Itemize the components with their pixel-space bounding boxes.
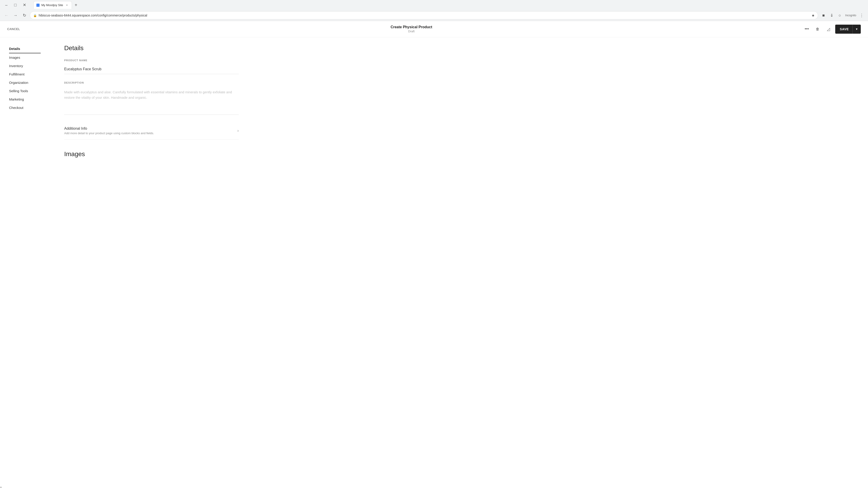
preview-icon: ◿	[827, 27, 830, 32]
sidebar-item-inventory[interactable]: Inventory	[9, 62, 41, 70]
extensions-button[interactable]: ■	[820, 12, 827, 19]
tab-close-button[interactable]: ×	[65, 3, 69, 7]
sidebar-item-organization[interactable]: Organization	[9, 78, 41, 87]
header-actions: ••• 🗑 ◿ SAVE ▼	[803, 25, 861, 34]
refresh-button[interactable]: ↻	[21, 12, 28, 19]
sidebar-item-marketing[interactable]: Marketing	[9, 95, 41, 103]
save-button[interactable]: SAVE ▼	[835, 25, 861, 34]
sidebar-nav: Details Images Inventory Fulfillment Org…	[9, 44, 41, 112]
page-title: Create Physical Product	[391, 25, 432, 29]
additional-info-subtitle: Add more detail to your product page usi…	[64, 131, 154, 135]
url-input[interactable]	[39, 13, 810, 17]
description-label: DESCRIPTION	[64, 81, 239, 84]
save-dropdown-icon[interactable]: ▼	[852, 28, 861, 31]
app-header: CANCEL Create Physical Product Draft •••…	[0, 21, 868, 37]
scrollbar[interactable]	[0, 487, 2, 488]
browser-chrome: – □ ✕ My Moodjoy Site × + ← → ↻ 🔒 ★ ■ ⇓ …	[0, 0, 868, 21]
sidebar-item-fulfillment[interactable]: Fulfillment	[9, 70, 41, 78]
tab-bar: My Moodjoy Site × +	[31, 1, 82, 9]
main-layout: Details Images Inventory Fulfillment Org…	[0, 37, 868, 488]
sidebar-item-checkout[interactable]: Checkout	[9, 103, 41, 112]
product-name-group: PRODUCT NAME	[64, 59, 239, 74]
additional-info-row[interactable]: Additional Info Add more detail to your …	[64, 122, 239, 140]
window-maximize[interactable]: □	[12, 1, 19, 8]
sidebar: Details Images Inventory Fulfillment Org…	[0, 37, 50, 488]
details-section: Details PRODUCT NAME DESCRIPTION Made wi…	[64, 44, 239, 140]
preview-button[interactable]: ◿	[825, 25, 833, 33]
additional-info-content: Additional Info Add more detail to your …	[64, 127, 154, 135]
window-close[interactable]: ✕	[21, 1, 28, 8]
sidebar-item-images[interactable]: Images	[9, 53, 41, 62]
description-group: DESCRIPTION Made with eucalyptus and alo…	[64, 81, 239, 115]
sidebar-item-selling-tools[interactable]: Selling Tools	[9, 87, 41, 95]
content-area: Details PRODUCT NAME DESCRIPTION Made wi…	[50, 37, 253, 488]
window-controls: – □ ✕	[3, 1, 28, 8]
browser-tab-active[interactable]: My Moodjoy Site ×	[33, 1, 72, 9]
description-textarea[interactable]: Made with eucalyptus and aloe. Carefully…	[64, 87, 239, 114]
title-bar: – □ ✕ My Moodjoy Site × +	[0, 0, 868, 10]
security-lock-icon: 🔒	[33, 14, 37, 17]
additional-info-title: Additional Info	[64, 127, 154, 131]
save-label: SAVE	[835, 27, 852, 31]
new-tab-button[interactable]: +	[73, 2, 79, 8]
delete-icon: 🗑	[816, 27, 819, 31]
back-button[interactable]: ←	[3, 12, 10, 19]
product-name-input[interactable]	[64, 64, 239, 74]
more-options-button[interactable]: •••	[803, 25, 811, 33]
bookmark-star-icon[interactable]: ★	[811, 13, 815, 18]
profile-button[interactable]: ○	[836, 12, 843, 19]
download-button[interactable]: ⇓	[828, 12, 835, 19]
header-center: Create Physical Product Draft	[391, 25, 432, 33]
forward-button[interactable]: →	[12, 12, 19, 19]
tab-label: My Moodjoy Site	[41, 3, 63, 7]
details-heading: Details	[64, 44, 239, 52]
incognito-label: Incognito	[844, 14, 857, 17]
window-minimize[interactable]: –	[3, 1, 10, 8]
more-icon: •••	[805, 27, 809, 31]
product-name-label: PRODUCT NAME	[64, 59, 239, 62]
browser-nav-bar: ← → ↻ 🔒 ★ ■ ⇓ ○ Incognito ⋮	[0, 10, 868, 21]
cancel-button[interactable]: CANCEL	[7, 26, 20, 33]
chevron-right-icon: ›	[237, 128, 239, 133]
browser-menu-button[interactable]: ⋮	[858, 12, 865, 19]
description-textarea-wrapper: Made with eucalyptus and aloe. Carefully…	[64, 87, 239, 115]
delete-button[interactable]: 🗑	[813, 25, 822, 33]
tab-favicon	[36, 4, 39, 7]
images-section: Images	[64, 151, 239, 158]
browser-actions: ■ ⇓ ○ Incognito ⋮	[820, 12, 865, 19]
draft-status: Draft	[391, 30, 432, 33]
sidebar-item-details[interactable]: Details	[9, 44, 41, 53]
address-bar[interactable]: 🔒 ★	[30, 11, 818, 20]
images-heading: Images	[64, 151, 239, 158]
